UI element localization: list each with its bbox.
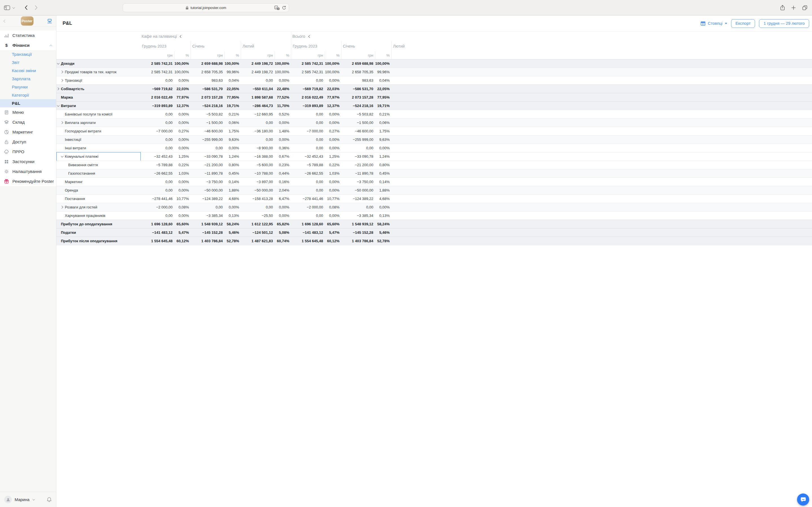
sidebar: Poster Статистика$ФінансиТранзакціїЗвітК…	[0, 15, 56, 253]
sidebar-item-report[interactable]: Звіт	[0, 58, 56, 66]
sidebar-toggle-icon[interactable]	[4, 5, 10, 10]
chevron-up-icon[interactable]	[50, 45, 52, 47]
row-label-text: Газопостачання	[68, 171, 95, 175]
collapse-group-icon[interactable]	[308, 35, 311, 38]
cell-value: 2 449 198,72	[241, 70, 274, 74]
table-row[interactable]: Харчування працівників0,000,00%−3 385,34…	[56, 211, 406, 220]
row-label-text: Прибуток до оподаткування	[61, 222, 112, 226]
cell-value: −3 897,00	[241, 180, 274, 184]
sidebar-item-accounts[interactable]: Рахунки	[0, 83, 56, 91]
table-row[interactable]: Постачання−278 441,4610,77%−124 389,224,…	[56, 194, 406, 203]
pos-terminal-icon[interactable]	[47, 18, 52, 24]
group-header-total: Всього	[291, 32, 406, 41]
table-row[interactable]: Прибуток до оподаткування1 696 128,6065,…	[56, 220, 406, 228]
table-row[interactable]: Комунальні платежі−32 452,431,25%−33 090…	[56, 152, 406, 161]
row-label: Прибуток після оподаткування	[56, 237, 140, 245]
chevron-right-icon[interactable]	[60, 71, 63, 73]
table-row[interactable]: Транзакції0,000,00%983,630,04%0,000,00%0…	[56, 76, 406, 84]
table-row[interactable]: Інвестиції0,000,00%−255 999,009,63%0,000…	[56, 135, 406, 144]
sidebar-item-settings[interactable]: Налаштування	[0, 166, 56, 176]
table-row[interactable]: Прибуток після оподаткування1 554 645,48…	[56, 237, 406, 245]
reload-icon[interactable]	[282, 6, 286, 10]
chevron-down-icon[interactable]	[57, 104, 60, 107]
cell-value: −46 600,00	[341, 129, 375, 133]
cell-percent: 0,80%	[224, 163, 241, 167]
sidebar-item-finance[interactable]: $Фінанси	[0, 40, 56, 50]
table-row[interactable]: Доходи2 585 742,31100,00%2 659 688,98100…	[56, 59, 406, 68]
table-row[interactable]: Витрати−319 893,8912,37%−524 218,1619,71…	[56, 101, 406, 110]
chevron-right-icon[interactable]	[56, 88, 59, 91]
cell-percent: 0,08%	[174, 205, 191, 209]
back-button[interactable]	[24, 5, 28, 10]
cell-value: −25,50	[241, 214, 274, 218]
table-row[interactable]: Інші витрати0,000,00%0,000,00%−8 900,000…	[56, 144, 406, 152]
unit-header-percent: %	[224, 51, 241, 59]
cell-value: −524 218,16	[191, 104, 224, 108]
table-group-header: Кафе на галявинці Всього	[56, 32, 406, 41]
cell-percent: 0,00%	[375, 205, 391, 209]
chevron-right-icon[interactable]	[60, 206, 63, 209]
chevron-down-icon[interactable]	[61, 155, 64, 158]
translate-icon[interactable]: Aа	[274, 6, 280, 10]
sidebar-item-cash-shifts[interactable]: Касові зміни	[0, 66, 56, 75]
cell-value: 983,63	[191, 78, 224, 82]
sidebar-item-recommend[interactable]: Рекомендуйте Poster	[0, 176, 56, 186]
cell-percent: 19,71%	[224, 104, 241, 108]
sidebar-item-label: Зарплата	[12, 76, 31, 81]
sidebar-item-salary[interactable]: Зарплата	[0, 75, 56, 83]
cell-value: 1 898 587,68	[241, 95, 274, 100]
row-label-text: Господарські витрати	[65, 129, 101, 133]
table-row[interactable]: Господарські витрати−7 000,000,27%−46 60…	[56, 127, 406, 135]
sidebar-item-stock[interactable]: Склад	[0, 117, 56, 127]
collapse-sidebar-icon[interactable]	[3, 19, 6, 22]
cell-percent: 100,00%	[325, 70, 341, 74]
sidebar-item-applications[interactable]: Застосунки	[0, 157, 56, 166]
sidebar-item-pnl[interactable]: P&L	[0, 99, 56, 107]
sidebar-item-transactions[interactable]: Транзакції	[0, 50, 56, 58]
table-row[interactable]: Маржа2 016 022,4977,97%2 073 157,2877,95…	[56, 93, 406, 101]
cell-value: −145 152,28	[191, 230, 224, 235]
sidebar-item-label: Категорії	[12, 93, 29, 98]
row-label-text: Доходи	[61, 61, 74, 66]
table-row[interactable]: Розваги для гостей−2 000,000,08%0,000,00…	[56, 203, 406, 211]
cell-percent: 0,04%	[375, 78, 391, 82]
sidebar-item-statistics[interactable]: Статистика	[0, 31, 56, 40]
chevron-right-icon[interactable]	[60, 79, 63, 82]
cell-value: 1 696 128,60	[291, 222, 325, 226]
poster-logo[interactable]: Poster	[20, 16, 33, 25]
sidebar-item-access[interactable]: Доступ	[0, 137, 56, 147]
cell-value: −26 662,55	[291, 171, 325, 175]
cell-value: −319 893,89	[140, 104, 174, 108]
sidebar-item-prro[interactable]: ПРРО	[0, 147, 56, 157]
forward-button[interactable]	[35, 5, 38, 10]
row-label: Інші витрати	[56, 144, 140, 152]
chevron-down-icon[interactable]	[12, 6, 15, 9]
table-row[interactable]: Вивезення сміття−5 789,880,22%−21 200,00…	[56, 161, 406, 169]
collapse-group-icon[interactable]	[180, 35, 183, 38]
table-row[interactable]: Газопостачання−26 662,551,03%−11 890,780…	[56, 169, 406, 177]
cell-value: −11 890,78	[191, 171, 224, 175]
address-bar[interactable]: tutorial.joinposter.com Aа	[123, 3, 289, 12]
cell-percent: 65,82%	[274, 222, 291, 226]
cell-value: −569 719,82	[291, 87, 325, 91]
table-row[interactable]: Оренда0,000,00%−50 000,001,88%−50 000,00…	[56, 186, 406, 194]
chevron-right-icon[interactable]	[60, 121, 63, 124]
cell-percent: 100,00%	[174, 70, 191, 74]
table-row[interactable]: Податки−141 483,125,47%−145 152,285,46%−…	[56, 228, 406, 237]
table-row[interactable]: Продажі товарів та тех. карток2 585 742,…	[56, 68, 406, 76]
cell-value: −5 789,88	[140, 163, 174, 167]
cell-value: −3 750,00	[191, 180, 224, 184]
cell-percent: 0,45%	[224, 171, 241, 175]
table-row[interactable]: Банківські послуги та комісії0,000,00%−5…	[56, 110, 406, 118]
chevron-down-icon[interactable]	[57, 62, 60, 64]
cell-value: 0,00	[291, 214, 325, 218]
sidebar-item-categories[interactable]: Категорії	[0, 91, 56, 99]
table-row[interactable]: Собівартість−569 719,8222,03%−586 531,70…	[56, 84, 406, 93]
sidebar-item-label: Доступ	[12, 139, 26, 144]
cell-value: −33 090,78	[341, 154, 375, 159]
table-row[interactable]: Виплата зарплати0,000,00%−1 500,000,06%0…	[56, 118, 406, 127]
table-row[interactable]: Маркетинг0,000,00%−3 750,000,14%−3 897,0…	[56, 177, 406, 186]
sidebar-item-menu[interactable]: Меню	[0, 107, 56, 117]
sidebar-item-marketing[interactable]: Маркетинг	[0, 127, 56, 137]
svg-text:а: а	[278, 8, 279, 10]
